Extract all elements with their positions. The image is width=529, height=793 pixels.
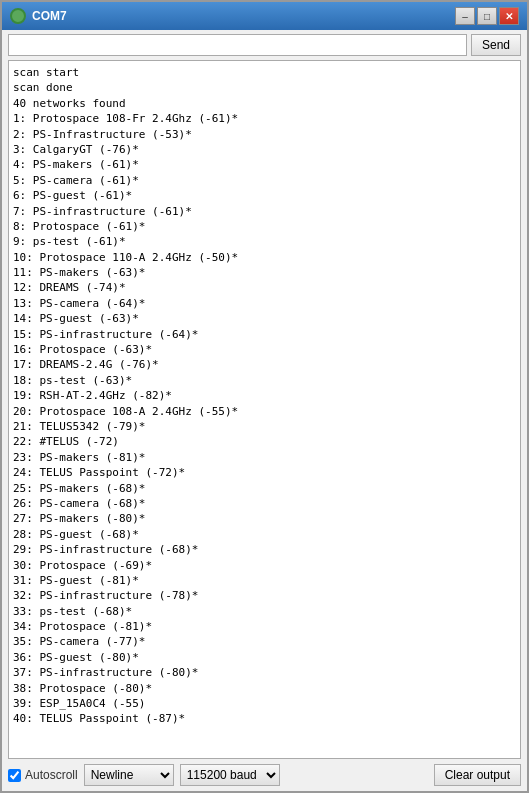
window-title: COM7	[32, 9, 455, 23]
autoscroll-text: Autoscroll	[25, 768, 78, 782]
newline-dropdown[interactable]: Newline No line ending Carriage return B…	[84, 764, 174, 786]
baud-dropdown[interactable]: 300 baud 1200 baud 2400 baud 4800 baud 9…	[180, 764, 280, 786]
title-bar: COM7 – □ ✕	[2, 2, 527, 30]
minimize-button[interactable]: –	[455, 7, 475, 25]
close-button[interactable]: ✕	[499, 7, 519, 25]
clear-output-button[interactable]: Clear output	[434, 764, 521, 786]
maximize-button[interactable]: □	[477, 7, 497, 25]
autoscroll-label[interactable]: Autoscroll	[8, 768, 78, 782]
send-button[interactable]: Send	[471, 34, 521, 56]
toolbar: Send	[2, 30, 527, 60]
main-window: COM7 – □ ✕ Send scan start scan done 40 …	[0, 0, 529, 793]
window-controls: – □ ✕	[455, 7, 519, 25]
output-area[interactable]: scan start scan done 40 networks found 1…	[8, 60, 521, 759]
arduino-icon	[10, 8, 26, 24]
status-bar: Autoscroll Newline No line ending Carria…	[2, 759, 527, 791]
output-text: scan start scan done 40 networks found 1…	[13, 65, 516, 727]
autoscroll-checkbox[interactable]	[8, 769, 21, 782]
serial-input[interactable]	[8, 34, 467, 56]
